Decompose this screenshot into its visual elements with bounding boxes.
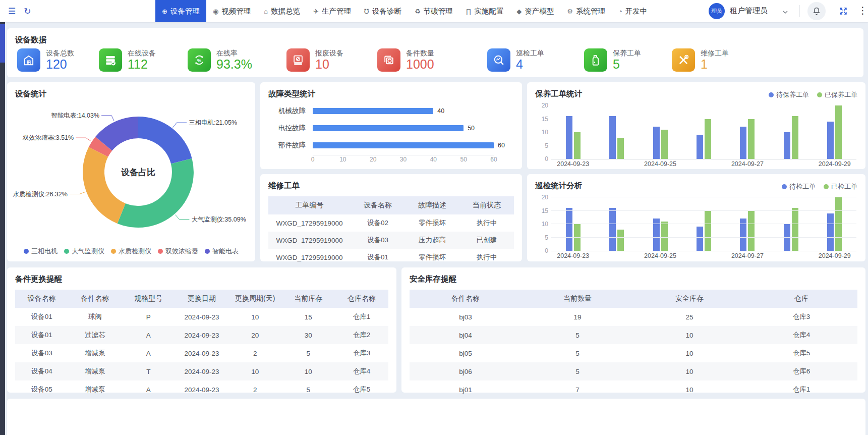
x-axis-label: [595, 252, 638, 259]
bar-已保养工单: [835, 105, 842, 159]
bar-已检工单: [705, 211, 711, 251]
fault-axis-line: [313, 155, 494, 155]
user-name[interactable]: 租户管理员: [730, 6, 768, 16]
kpi-value: 120: [46, 58, 74, 71]
bar-group: [827, 105, 842, 159]
inspection-search-icon: [487, 48, 510, 72]
nav-item-8[interactable]: ⚙系统管理: [560, 0, 612, 22]
table-cell: 设备01: [15, 326, 69, 344]
kpi-text: 保养工单5: [613, 49, 641, 71]
device-share-donut-chart: 三相电机:21.05%大气监测仪:35.09%水质检测仪:26.32%双效浓缩器…: [7, 99, 255, 244]
nav-item-7[interactable]: ◆资产模型: [510, 0, 560, 22]
panel-title: 故障类型统计: [268, 89, 315, 99]
legend-item-大气监测仪[interactable]: 大气监测仪: [64, 247, 104, 256]
donut-label-line: [101, 116, 114, 121]
scrapped-device-icon: [286, 48, 310, 72]
legend-dot: [158, 249, 163, 254]
maintenance-chart-legend: 待保养工单已保养工单: [769, 90, 857, 99]
y-axis-label: 15: [533, 116, 548, 123]
bar-group: [566, 105, 581, 159]
table-cell: 仓库1: [745, 380, 857, 399]
kpi-text: 巡检工单4: [516, 49, 544, 71]
legend-item-智能电表[interactable]: 智能电表: [205, 247, 239, 256]
column-header: 仓库名称: [335, 290, 388, 308]
table-cell: A: [122, 326, 175, 344]
legend-item-待检工单[interactable]: 待检工单: [782, 182, 816, 191]
legend-item-待保养工单[interactable]: 待保养工单: [769, 90, 809, 99]
table-cell: 仓库4: [745, 326, 857, 344]
legend-item-双效浓缩器[interactable]: 双效浓缩器: [158, 247, 198, 256]
donut-legend: 三相电机大气监测仪水质检测仪双效浓缩器智能电表: [7, 247, 255, 256]
avatar[interactable]: 理员: [709, 3, 725, 19]
column-header: 更换日期: [175, 290, 228, 308]
x-axis-labels: 2024-09-232024-09-252024-09-272024-09-29: [551, 252, 856, 259]
nav-item-1[interactable]: ◉视频管理: [206, 0, 257, 22]
donut-slice-label: 双效浓缩器:3.51%: [23, 134, 74, 141]
gridline: [551, 210, 856, 211]
column-header: 设备名称: [15, 290, 69, 308]
bar-已保养工单: [792, 116, 798, 159]
refresh-icon[interactable]: ↻: [24, 6, 31, 17]
bar-group: [653, 105, 668, 159]
bar-待保养工单: [653, 127, 660, 159]
collapsed-sidebar[interactable]: [0, 22, 5, 435]
data-overview-icon: ⌂: [264, 8, 268, 15]
nav-menu: ⊕设备管理◉视频管理⌂数据总览✈生产管理℧设备诊断♻节碳管理∏实施配置◆资产模型…: [155, 0, 654, 22]
table-cell: 5: [522, 362, 633, 380]
legend-dot: [824, 184, 829, 189]
bar-value-label: 50: [468, 125, 475, 132]
table-cell: WXGD_17295919000: [268, 232, 351, 249]
notification-bell-icon[interactable]: [807, 2, 826, 20]
gridline: [551, 237, 856, 238]
bar-已保养工单: [705, 119, 711, 159]
column-header: 当前数量: [522, 290, 633, 308]
legend-item-已检工单[interactable]: 已检工单: [824, 182, 857, 191]
nav-item-6[interactable]: ∏实施配置: [459, 0, 510, 22]
bar-待保养工单: [740, 127, 746, 159]
legend-item-水质检测仪[interactable]: 水质检测仪: [111, 247, 151, 256]
chevron-down-icon[interactable]: [782, 8, 788, 17]
nav-item-3[interactable]: ✈生产管理: [307, 0, 358, 22]
donut-slice-水质检测仪: [83, 147, 126, 224]
nav-item-5[interactable]: ♻节碳管理: [408, 0, 459, 22]
bar-待保养工单: [697, 135, 703, 159]
table-cell: 仓库2: [335, 326, 388, 344]
table-cell: 零件损坏: [405, 214, 459, 232]
fullscreen-icon[interactable]: [838, 6, 848, 16]
nav-item-0[interactable]: ⊕设备管理: [155, 0, 206, 22]
donut-slice-三相电机: [138, 117, 192, 164]
legend-dot: [64, 249, 69, 254]
table-row: bj031925仓库3: [410, 308, 857, 326]
bar-track: 60: [313, 142, 494, 149]
x-axis-label: 2024-09-25: [639, 160, 682, 168]
nav-item-9[interactable]: ◔开发中: [612, 0, 654, 22]
more-options-icon[interactable]: ⋮: [858, 5, 867, 16]
kpi-card-4: 备件数量1000: [377, 48, 434, 72]
table-cell: 仓库5: [335, 380, 388, 399]
kpi-text: 维修工单1: [701, 49, 729, 71]
device-manage-icon: ⊕: [162, 8, 167, 15]
table-cell: 增减泵: [69, 362, 122, 380]
nav-item-2[interactable]: ⌂数据总览: [257, 0, 307, 22]
bar-待保养工单: [566, 116, 572, 159]
bar-group: [740, 197, 755, 251]
column-header: 仓库: [745, 290, 857, 308]
table-cell: 增减泵: [69, 344, 122, 362]
collapse-menu-icon[interactable]: ☰: [8, 6, 16, 17]
bar-value-label: 60: [498, 142, 505, 149]
legend-item-已保养工单[interactable]: 已保养工单: [817, 90, 857, 99]
kpi-value: 10: [315, 58, 343, 71]
nav-item-label: 视频管理: [221, 7, 251, 16]
table-cell: 25: [633, 308, 745, 326]
nav-item-label: 生产管理: [322, 7, 351, 16]
nav-item-4[interactable]: ℧设备诊断: [358, 0, 408, 22]
x-axis-label: [595, 160, 638, 168]
donut-label-line: [176, 215, 190, 220]
kpi-text: 在线率93.3%: [216, 49, 252, 71]
legend-item-三相电机[interactable]: 三相电机: [24, 247, 57, 256]
y-axis-label: 0: [533, 247, 548, 254]
table-cell: WXGD_17295919000: [268, 214, 351, 232]
y-axis-label: 5: [533, 234, 548, 241]
table-row: WXGD_17295919000设备03压力超高已创建: [268, 232, 514, 249]
bar-group: [653, 197, 668, 251]
